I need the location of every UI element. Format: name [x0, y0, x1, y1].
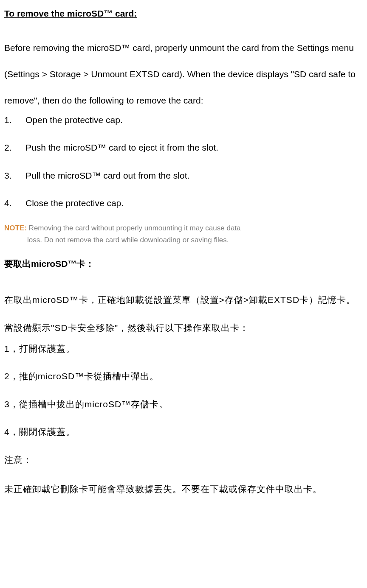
- steps-list-zh: 1，打開保護蓋。 2，推的microSD™卡從插槽中彈出。 3，從插槽中拔出的m…: [4, 342, 363, 439]
- list-item: 3，從插槽中拔出的microSD™存儲卡。: [4, 398, 363, 411]
- list-item: 1，打開保護蓋。: [4, 342, 363, 356]
- intro-paragraph-en: Before removing the microSD™ card, prope…: [4, 35, 363, 114]
- list-text: Push the microSD™ card to eject it from …: [25, 141, 218, 154]
- list-item: 2，推的microSD™卡從插槽中彈出。: [4, 370, 363, 383]
- note-block-en: NOTE: Removing the card without properly…: [4, 222, 363, 246]
- list-item: 1. Open the protective cap.: [4, 114, 363, 126]
- list-text: Close the protective cap.: [25, 197, 124, 209]
- note-label-zh: 注意：: [4, 453, 363, 467]
- list-item: 2. Push the microSD™ card to eject it fr…: [4, 141, 363, 154]
- heading-remove-card-en: To remove the microSD™ card:: [4, 8, 363, 19]
- list-text: Open the protective cap.: [25, 114, 123, 126]
- note-label: NOTE:: [4, 224, 29, 232]
- list-item: 4，關閉保護蓋。: [4, 425, 363, 439]
- list-number: 3.: [4, 169, 25, 182]
- list-number: 2.: [4, 141, 25, 154]
- list-number: 4.: [4, 197, 25, 209]
- list-item: 4. Close the protective cap.: [4, 197, 363, 209]
- list-number: 1.: [4, 114, 25, 126]
- note-body-zh: 未正確卸載它刪除卡可能會導致數據丟失。不要在下載或保存文件中取出卡。: [4, 482, 363, 496]
- intro-paragraph-zh: 在取出microSD™卡，正確地卸載從設置菜單（設置>存儲>卸載EXTSD卡）記…: [4, 286, 363, 342]
- list-item: 3. Pull the microSD™ card out from the s…: [4, 169, 363, 182]
- note-text: Removing the card without properly unmou…: [29, 224, 241, 232]
- heading-remove-card-zh: 要取出microSD™卡：: [4, 258, 363, 270]
- note-text-line2: loss. Do not remove the card while downl…: [4, 234, 363, 246]
- list-text: Pull the microSD™ card out from the slot…: [25, 169, 189, 182]
- steps-list-en: 1. Open the protective cap. 2. Push the …: [4, 114, 363, 210]
